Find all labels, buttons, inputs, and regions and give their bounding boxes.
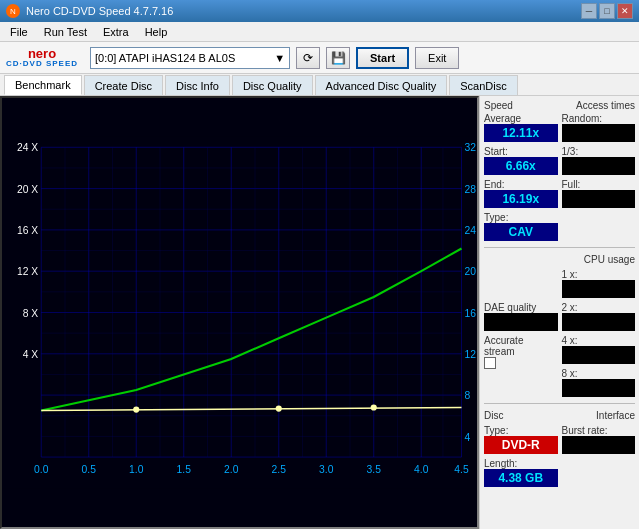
svg-text:3.0: 3.0 [319,464,334,475]
dropdown-arrow-icon: ▼ [274,52,285,64]
stream-label: stream [484,346,558,357]
end-label: End: [484,179,558,190]
one-third-label: 1/3: [562,146,636,157]
cpu-8x-label: 8 x: [562,368,636,379]
title-text: Nero CD-DVD Speed 4.7.7.16 [26,5,173,17]
random-label: Random: [562,113,636,124]
cpu-4x-value [562,346,636,364]
svg-text:4: 4 [465,432,471,443]
svg-text:32: 32 [465,142,477,153]
menu-file[interactable]: File [4,24,34,40]
svg-text:2.0: 2.0 [224,464,239,475]
disc-length-value: 4.38 GB [484,469,558,487]
toolbar: nero CD·DVD SPEED [0:0] ATAPI iHAS124 B … [0,42,639,74]
average-value: 12.11x [484,124,558,142]
drive-label: [0:0] ATAPI iHAS124 B AL0S [95,52,235,64]
start-value: 6.66x [484,157,558,175]
minimize-button[interactable]: ─ [581,3,597,19]
full-label: Full: [562,179,636,190]
menu-extra[interactable]: Extra [97,24,135,40]
svg-text:24: 24 [465,225,477,236]
start-button[interactable]: Start [356,47,409,69]
svg-point-37 [276,405,282,411]
save-icon: 💾 [331,51,346,65]
cpu-2x-label: 2 x: [562,302,636,313]
svg-text:1.0: 1.0 [129,464,144,475]
speed-title: Speed [484,100,513,111]
disc-title: Disc [484,410,503,421]
speed-section: Speed Access times Average 12.11x Random… [484,100,635,241]
svg-text:4.0: 4.0 [414,464,429,475]
one-third-value [562,157,636,175]
accurate-stream-checkbox-row [484,357,558,369]
tab-create-disc[interactable]: Create Disc [84,75,163,95]
svg-text:1.5: 1.5 [177,464,192,475]
end-value: 16.19x [484,190,558,208]
main-content: 24 X 20 X 16 X 12 X 8 X 4 X 32 28 24 20 … [0,96,639,529]
tab-disc-info[interactable]: Disc Info [165,75,230,95]
tabs-bar: Benchmark Create Disc Disc Info Disc Qua… [0,74,639,96]
random-value [562,124,636,142]
drive-dropdown[interactable]: [0:0] ATAPI iHAS124 B AL0S ▼ [90,47,290,69]
svg-text:16 X: 16 X [17,225,38,236]
disc-length-label: Length: [484,458,558,469]
tab-disc-quality[interactable]: Disc Quality [232,75,313,95]
cpu-1x-value [562,280,636,298]
svg-text:24 X: 24 X [17,142,38,153]
menu-run-test[interactable]: Run Test [38,24,93,40]
burst-rate-value [562,436,636,454]
disc-type-label: Type: [484,425,558,436]
svg-text:12: 12 [465,349,477,360]
title-bar: N Nero CD-DVD Speed 4.7.7.16 ─ □ ✕ [0,0,639,22]
svg-text:0.5: 0.5 [82,464,97,475]
cpu-section: CPU usage 1 x: DAE quality 2 x: [484,254,635,397]
full-value [562,190,636,208]
svg-text:12 X: 12 X [17,266,38,277]
accurate-stream-checkbox[interactable] [484,357,496,369]
svg-text:16: 16 [465,308,477,319]
access-times-title: Access times [576,100,635,111]
dae-value [484,313,558,331]
refresh-icon: ⟳ [303,51,313,65]
svg-text:4 X: 4 X [23,349,39,360]
maximize-button[interactable]: □ [599,3,615,19]
disc-interface-section: Disc Interface Type: DVD-R Burst rate: L… [484,410,635,487]
save-button[interactable]: 💾 [326,47,350,69]
svg-text:20: 20 [465,266,477,277]
cpu-2x-value [562,313,636,331]
dae-title: DAE quality [484,302,558,313]
start-label: Start: [484,146,558,157]
svg-text:8: 8 [465,390,471,401]
accurate-label: Accurate [484,335,558,346]
menu-help[interactable]: Help [139,24,174,40]
cpu-4x-label: 4 x: [562,335,636,346]
app-icon: N [6,4,20,18]
svg-text:0.0: 0.0 [34,464,49,475]
cpu-8x-value [562,379,636,397]
cpu-1x-label: 1 x: [562,269,636,280]
cpu-title: CPU usage [584,254,635,265]
svg-text:28: 28 [465,184,477,195]
burst-rate-label: Burst rate: [562,425,636,436]
svg-point-36 [133,406,139,412]
chart-area: 24 X 20 X 16 X 12 X 8 X 4 X 32 28 24 20 … [0,96,479,529]
svg-text:4.5: 4.5 [454,464,469,475]
svg-text:3.5: 3.5 [367,464,382,475]
close-button[interactable]: ✕ [617,3,633,19]
tab-advanced-disc-quality[interactable]: Advanced Disc Quality [315,75,448,95]
interface-title: Interface [596,410,635,421]
svg-text:8 X: 8 X [23,308,39,319]
nero-logo-bottom: CD·DVD SPEED [6,60,78,68]
svg-text:20 X: 20 X [17,184,38,195]
tab-benchmark[interactable]: Benchmark [4,75,82,95]
chart-svg: 24 X 20 X 16 X 12 X 8 X 4 X 32 28 24 20 … [2,98,477,527]
disc-type-value: DVD-R [484,436,558,454]
right-panel: Speed Access times Average 12.11x Random… [479,96,639,529]
svg-point-38 [371,404,377,410]
exit-button[interactable]: Exit [415,47,459,69]
tab-scan-disc[interactable]: ScanDisc [449,75,517,95]
refresh-button[interactable]: ⟳ [296,47,320,69]
menu-bar: File Run Test Extra Help [0,22,639,42]
nero-logo: nero CD·DVD SPEED [6,47,78,68]
type-label: Type: [484,212,558,223]
